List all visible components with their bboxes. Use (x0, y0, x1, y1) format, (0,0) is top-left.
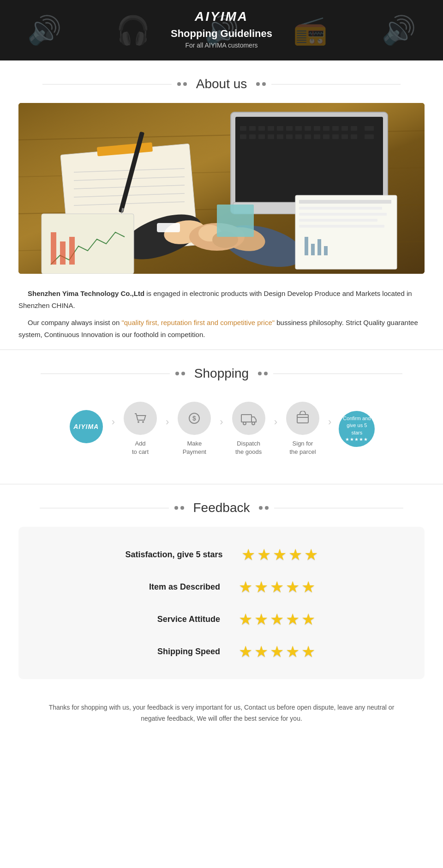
shopping-flow: AIYIMA › Addto cart › $ (0, 392, 443, 475)
star-14: ★ (286, 610, 299, 628)
stars-described: ★ ★ ★ ★ ★ (239, 578, 315, 596)
shopping-section-header: Shopping (0, 366, 443, 381)
flow-step-confirm: Confirm and give us 5 stars ★★★★★ (334, 411, 380, 447)
dot-1 (177, 82, 181, 86)
feedback-line-left (40, 508, 169, 508)
step-circle-payment: $ (178, 402, 211, 435)
star-20: ★ (301, 642, 315, 661)
svg-rect-36 (365, 134, 374, 139)
svg-rect-25 (258, 134, 265, 139)
header-subtitle: For all AIYIMA customers (0, 42, 443, 49)
arrow-1: › (112, 416, 115, 428)
svg-rect-23 (240, 134, 246, 139)
flow-step-cart: Addto cart (117, 402, 163, 456)
svg-point-74 (243, 422, 246, 425)
feedback-line-right (274, 508, 403, 508)
svg-rect-64 (299, 225, 384, 228)
shopping-section: Shopping AIYIMA › Addto cart › (0, 366, 443, 475)
flow-step-sign: Sign forthe parcel (280, 402, 326, 456)
svg-rect-63 (299, 219, 377, 222)
header-line-right (271, 84, 401, 84)
svg-rect-19 (332, 126, 339, 131)
shopping-dot-3 (258, 372, 262, 375)
svg-rect-29 (295, 134, 302, 139)
svg-rect-67 (317, 239, 321, 255)
arrow-2: › (166, 416, 169, 428)
header-dots-right (256, 82, 266, 86)
svg-rect-20 (341, 126, 348, 131)
star-8: ★ (270, 578, 284, 596)
confirm-label-1: Confirm and (343, 415, 371, 422)
svg-rect-54 (217, 205, 254, 237)
flow-step-dispatch: Dispatchthe goods (226, 402, 272, 456)
svg-rect-60 (299, 200, 391, 204)
svg-rect-28 (286, 134, 293, 139)
step-circle-brand: AIYIMA (70, 410, 103, 443)
feedback-section-header: Feedback (0, 500, 443, 515)
header-title: Shopping Guidelines (0, 28, 443, 40)
svg-rect-65 (305, 237, 308, 255)
star-16: ★ (239, 642, 252, 661)
star-3: ★ (273, 545, 287, 564)
star-10: ★ (301, 578, 315, 596)
svg-rect-16 (305, 126, 311, 131)
shopping-dot-2 (181, 372, 185, 375)
step-circle-dispatch (232, 402, 265, 435)
svg-rect-34 (341, 134, 348, 139)
about-p2-prefix: Our company always insist on (28, 319, 121, 326)
star-19: ★ (286, 642, 299, 661)
svg-rect-58 (69, 237, 75, 265)
star-4: ★ (288, 545, 302, 564)
shopping-title: Shopping (191, 366, 252, 381)
star-11: ★ (239, 610, 252, 628)
dot-3 (256, 82, 260, 86)
feedback-row-shipping: Shipping Speed ★ ★ ★ ★ ★ (46, 642, 397, 661)
about-p2-highlight: "quality first, reputation first and com… (121, 319, 275, 326)
stars-shipping: ★ ★ ★ ★ ★ (239, 642, 315, 661)
svg-rect-21 (351, 126, 357, 131)
star-2: ★ (257, 545, 271, 564)
svg-rect-15 (295, 126, 302, 131)
feedback-label-described: Item as Described (128, 582, 220, 592)
svg-rect-31 (314, 134, 320, 139)
star-18: ★ (270, 642, 284, 661)
shopping-line-left (41, 374, 170, 374)
arrow-3: › (220, 416, 223, 428)
star-17: ★ (254, 642, 268, 661)
about-text-block: Shenzhen Yima Technology Co.,Ltd is enga… (18, 288, 425, 340)
svg-rect-62 (299, 213, 387, 216)
feedback-row-described: Item as Described ★ ★ ★ ★ ★ (46, 578, 397, 596)
shopping-line-right (273, 374, 402, 374)
svg-text:$: $ (192, 415, 196, 422)
dot-2 (183, 82, 187, 86)
svg-rect-59 (295, 195, 397, 269)
svg-point-75 (252, 422, 255, 425)
step-circle-cart (124, 402, 157, 435)
svg-rect-9 (240, 126, 246, 131)
star-1: ★ (241, 545, 255, 564)
shopping-dots-left (175, 372, 185, 375)
about-paragraph-2: Our company always insist on "quality fi… (18, 317, 425, 340)
step-label-cart: Addto cart (132, 440, 149, 456)
about-title: About us (192, 77, 251, 91)
about-section-header: About us (0, 77, 443, 91)
svg-rect-53 (157, 223, 180, 232)
feedback-dots-right (259, 506, 269, 510)
step-label-sign: Sign forthe parcel (289, 440, 316, 456)
dot-4 (262, 82, 266, 86)
header-content: AIYIMA Shopping Guidelines For all AIYIM… (0, 9, 443, 49)
svg-rect-14 (286, 126, 293, 131)
svg-rect-30 (305, 134, 311, 139)
feedback-label-satisfaction: Satisfaction, give 5 stars (125, 550, 222, 560)
svg-rect-22 (365, 126, 374, 131)
star-15: ★ (301, 610, 315, 628)
about-image (18, 103, 425, 274)
svg-rect-11 (258, 126, 265, 131)
svg-rect-61 (299, 207, 382, 210)
footer-text: Thanks for shopping with us, your feedba… (0, 693, 443, 743)
shopping-dots-right (258, 372, 268, 375)
shopping-dot-4 (264, 372, 268, 375)
brand-logo: AIYIMA (0, 9, 443, 24)
star-5: ★ (304, 545, 318, 564)
svg-rect-33 (332, 134, 339, 139)
